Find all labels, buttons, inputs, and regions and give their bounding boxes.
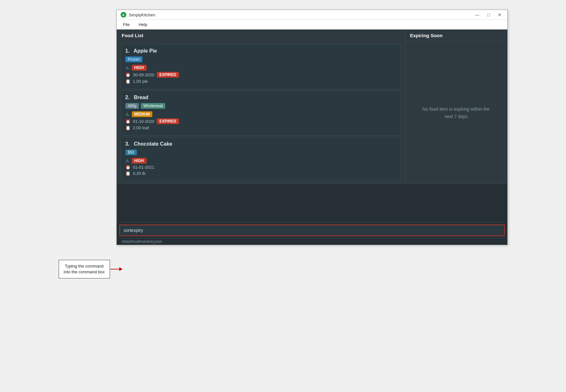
food-item-1-title: Apple Pie: [134, 48, 157, 54]
arrow-line: [110, 269, 119, 269]
arrow-head: [119, 267, 122, 271]
food-item-1-expiry: 30-09-2020: [133, 72, 155, 77]
food-list-panel: Food List 1. Apple Pie Frozen ⚠: [117, 30, 405, 184]
food-item-1-priority-row: ⚠ HIGH: [125, 65, 396, 71]
warning-icon-1: ⚠: [125, 65, 129, 70]
maximize-button[interactable]: □: [485, 12, 492, 18]
food-item-3-title: Chocolate Cake: [134, 141, 172, 147]
box-icon-2: 📋: [125, 125, 131, 130]
command-input[interactable]: [119, 225, 505, 236]
warning-icon-2: ⚠: [125, 112, 129, 117]
food-item-1-name: 1. Apple Pie: [125, 48, 396, 54]
expiring-panel: Expiring Soon No food item is expiring w…: [405, 30, 507, 184]
food-item-2: 2. Bread 400g Wholemeal ⚠ MEDIUM: [121, 90, 401, 136]
food-list-scroll[interactable]: 1. Apple Pie Frozen ⚠ HIGH ⏰: [117, 41, 405, 184]
title-bar-left: ● SimplyKitchen: [121, 12, 155, 18]
expiring-panel-header: Expiring Soon: [405, 30, 507, 42]
app-window: ● SimplyKitchen — □ ✕ File Help Food Lis…: [116, 10, 508, 245]
food-item-3-name: 3. Chocolate Cake: [125, 141, 396, 147]
command-box-wrapper: [117, 222, 507, 238]
food-item-1: 1. Apple Pie Frozen ⚠ HIGH ⏰: [121, 44, 401, 89]
status-path: .\data\foodInventory.json: [121, 239, 163, 244]
box-icon-3: 📋: [125, 171, 131, 176]
food-item-2-name: 2. Bread: [125, 95, 396, 100]
expiring-content: No food item is expiring within thenext …: [405, 42, 507, 184]
food-item-2-priority: MEDIUM: [132, 111, 153, 117]
food-item-3-tags: $50: [125, 149, 396, 155]
title-bar: ● SimplyKitchen — □ ✕: [117, 10, 507, 20]
box-icon-1: 📋: [125, 79, 131, 84]
food-item-3-index: 3.: [125, 141, 130, 147]
food-item-1-tags: Frozen: [125, 56, 396, 62]
food-item-3-quantity-row: 📋 0.20 lb: [125, 171, 396, 176]
food-item-2-title: Bread: [134, 95, 148, 100]
clock-icon-1: ⏰: [125, 72, 131, 77]
food-list-header: Food List: [117, 30, 405, 41]
outer-wrapper: Typing the command into the command box …: [59, 10, 508, 278]
food-item-2-expired-badge: EXPIRED: [157, 118, 179, 124]
status-bar: .\data\foodInventory.json: [117, 238, 507, 245]
food-item-3-priority: HIGH: [132, 158, 147, 164]
clock-icon-2: ⏰: [125, 119, 131, 124]
food-item-1-index: 1.: [125, 48, 130, 54]
app-icon: ●: [121, 12, 126, 18]
menu-help[interactable]: Help: [137, 21, 148, 28]
food-item-3: 3. Chocolate Cake $50 ⚠ HIGH ⏰: [121, 137, 401, 181]
food-item-2-index: 2.: [125, 95, 130, 100]
food-item-1-expiry-row: ⏰ 30-09-2020 EXPIRED: [125, 72, 396, 78]
food-item-2-quantity: 2.00 loaf: [133, 125, 149, 130]
food-item-3-tag-price: $50: [125, 149, 137, 155]
food-item-1-expired-badge: EXPIRED: [157, 72, 179, 78]
food-item-3-quantity: 0.20 lb: [133, 171, 146, 176]
output-area: [117, 184, 507, 222]
food-item-3-expiry-row: ⏰ 01-01-2021: [125, 165, 396, 170]
expiring-empty-text: No food item is expiring within thenext …: [422, 106, 489, 120]
title-bar-title: SimplyKitchen: [129, 13, 155, 17]
warning-icon-3: ⚠: [125, 158, 129, 163]
food-item-2-expiry: 01-10-2020: [133, 119, 155, 124]
annotation-arrow: [110, 267, 122, 271]
food-item-3-priority-row: ⚠ HIGH: [125, 158, 396, 164]
app-icon-letter: ●: [122, 13, 124, 17]
food-item-1-priority: HIGH: [132, 65, 147, 71]
food-item-2-tag-type: Wholemeal: [141, 103, 165, 109]
food-item-2-expiry-row: ⏰ 01-10-2020 EXPIRED: [125, 118, 396, 124]
main-content: Food List 1. Apple Pie Frozen ⚠: [117, 30, 507, 184]
menu-file[interactable]: File: [122, 21, 131, 28]
close-button[interactable]: ✕: [496, 12, 503, 18]
menu-bar: File Help: [117, 20, 507, 30]
food-item-2-tag-weight: 400g: [125, 103, 139, 109]
food-item-2-tags: 400g Wholemeal: [125, 103, 396, 109]
minimize-button[interactable]: —: [473, 12, 481, 18]
food-item-1-quantity-row: 📋 1.00 pie: [125, 79, 396, 84]
food-item-2-quantity-row: 📋 2.00 loaf: [125, 125, 396, 130]
food-item-1-quantity: 1.00 pie: [133, 79, 148, 84]
title-bar-controls: — □ ✕: [473, 12, 503, 18]
annotation-box: Typing the command into the command box: [59, 260, 110, 278]
food-item-2-priority-row: ⚠ MEDIUM: [125, 111, 396, 117]
clock-icon-3: ⏰: [125, 165, 131, 170]
food-item-3-expiry: 01-01-2021: [133, 165, 155, 170]
food-item-1-tag-frozen: Frozen: [125, 56, 142, 62]
annotation-text: Typing the command into the command box: [64, 264, 105, 274]
